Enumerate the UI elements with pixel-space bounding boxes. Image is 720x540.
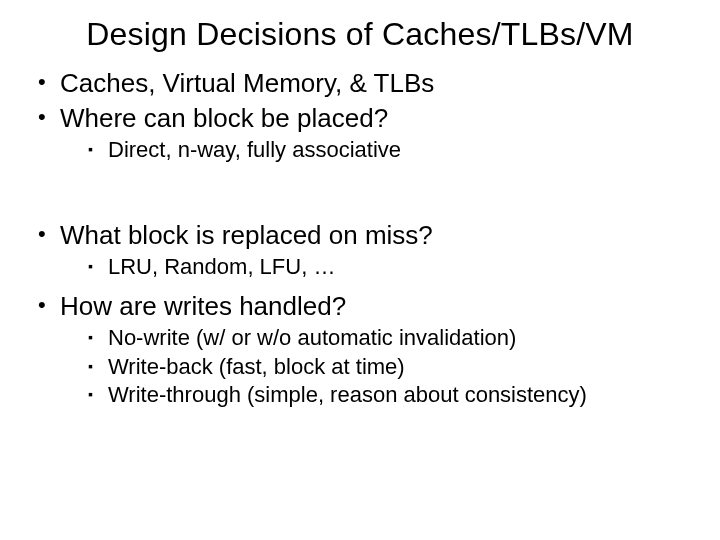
sub-text: Write-through (simple, reason about cons… [108, 382, 587, 407]
sub-text: Write-back (fast, block at time) [108, 354, 405, 379]
sub-list: Direct, n-way, fully associative [60, 136, 700, 165]
sub-item: LRU, Random, LFU, … [88, 253, 700, 282]
sub-list: No-write (w/ or w/o automatic invalidati… [60, 324, 700, 410]
sub-text: No-write (w/ or w/o automatic invalidati… [108, 325, 516, 350]
bullet-item: What block is replaced on miss? LRU, Ran… [38, 219, 700, 282]
bullet-text: Where can block be placed? [60, 103, 388, 133]
bullet-text: How are writes handled? [60, 291, 346, 321]
bullet-item: Caches, Virtual Memory, & TLBs [38, 67, 700, 100]
bullet-item: How are writes handled? No-write (w/ or … [38, 290, 700, 410]
sub-text: Direct, n-way, fully associative [108, 137, 401, 162]
bullet-text: What block is replaced on miss? [60, 220, 433, 250]
bullet-item: Where can block be placed? Direct, n-way… [38, 102, 700, 165]
slide-title: Design Decisions of Caches/TLBs/VM [20, 16, 700, 53]
sub-text: LRU, Random, LFU, … [108, 254, 335, 279]
spacer [20, 167, 700, 219]
slide: Design Decisions of Caches/TLBs/VM Cache… [0, 0, 720, 540]
bullet-text: Caches, Virtual Memory, & TLBs [60, 68, 434, 98]
sub-item: Write-through (simple, reason about cons… [88, 381, 700, 410]
bullet-list: How are writes handled? No-write (w/ or … [20, 290, 700, 410]
sub-item: No-write (w/ or w/o automatic invalidati… [88, 324, 700, 353]
bullet-list: Caches, Virtual Memory, & TLBs Where can… [20, 67, 700, 165]
sub-item: Direct, n-way, fully associative [88, 136, 700, 165]
sub-list: LRU, Random, LFU, … [60, 253, 700, 282]
bullet-list: What block is replaced on miss? LRU, Ran… [20, 219, 700, 282]
sub-item: Write-back (fast, block at time) [88, 353, 700, 382]
